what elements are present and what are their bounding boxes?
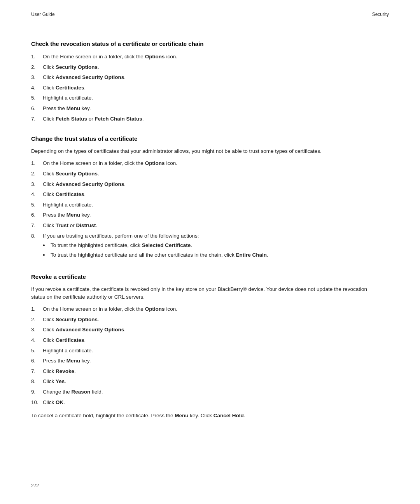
steps-list-check-revocation: 1. On the Home screen or in a folder, cl…: [31, 52, 381, 123]
step-item: 5. Highlight a certificate.: [31, 94, 381, 102]
footer-note-revoke: To cancel a certificate hold, highlight …: [31, 412, 381, 420]
sub-bullet-item: • To trust the highlighted certificate a…: [43, 251, 381, 259]
step-item: 1. On the Home screen or in a folder, cl…: [31, 159, 381, 168]
step-item: 2. Click Security Options.: [31, 63, 381, 72]
section-check-revocation: Check the revocation status of a certifi…: [31, 40, 381, 123]
header-right: Security: [372, 12, 389, 17]
section-change-trust: Change the trust status of a certificate…: [31, 135, 381, 261]
page-header: User Guide Security: [31, 12, 389, 17]
step-item: 10. Click OK.: [31, 398, 381, 407]
step-item: 1. On the Home screen or in a folder, cl…: [31, 305, 381, 313]
step-item: 5. Highlight a certificate.: [31, 201, 381, 209]
step-item: 6. Press the Menu key.: [31, 357, 381, 365]
step-item: 2. Click Security Options.: [31, 170, 381, 178]
step-item: 7. Click Fetch Status or Fetch Chain Sta…: [31, 115, 381, 123]
step-item: 3. Click Advanced Security Options.: [31, 180, 381, 189]
step-item: 2. Click Security Options.: [31, 315, 381, 324]
step-item: 6. Press the Menu key.: [31, 211, 381, 219]
steps-list-revoke: 1. On the Home screen or in a folder, cl…: [31, 305, 381, 406]
step-item: 3. Click Advanced Security Options.: [31, 326, 381, 334]
page-container: User Guide Security Check the revocation…: [0, 0, 420, 504]
step-item: 8. Click Yes.: [31, 377, 381, 386]
section-revoke-certificate: Revoke a certificate If you revoke a cer…: [31, 273, 381, 420]
step-item: 4. Click Certificates.: [31, 84, 381, 92]
step-item: 9. Change the Reason field.: [31, 388, 381, 396]
main-content: Check the revocation status of a certifi…: [31, 40, 381, 420]
steps-list-change-trust: 1. On the Home screen or in a folder, cl…: [31, 159, 381, 261]
sub-bullet-item: • To trust the highlighted certificate, …: [43, 242, 381, 250]
section-intro-change-trust: Depending on the types of certificates t…: [31, 147, 381, 155]
step-item: 4. Click Certificates.: [31, 190, 381, 199]
step-item: 3. Click Advanced Security Options.: [31, 73, 381, 82]
section-title-revoke: Revoke a certificate: [31, 273, 381, 282]
step-item: 5. Highlight a certificate.: [31, 346, 381, 355]
section-title-check-revocation: Check the revocation status of a certifi…: [31, 40, 381, 49]
section-intro-revoke: If you revoke a certificate, the certifi…: [31, 285, 381, 301]
header-left: User Guide: [31, 12, 55, 17]
sub-bullets-trust: • To trust the highlighted certificate, …: [43, 242, 381, 259]
step-item: 7. Click Trust or Distrust.: [31, 221, 381, 230]
step-item: 1. On the Home screen or in a folder, cl…: [31, 52, 381, 61]
step-item: 6. Press the Menu key.: [31, 104, 381, 113]
step-item: 8. If you are trusting a certificate, pe…: [31, 232, 381, 261]
section-title-change-trust: Change the trust status of a certificate: [31, 135, 381, 144]
step-item: 7. Click Revoke.: [31, 367, 381, 376]
page-number: 272: [31, 483, 39, 488]
step-item: 4. Click Certificates.: [31, 336, 381, 345]
